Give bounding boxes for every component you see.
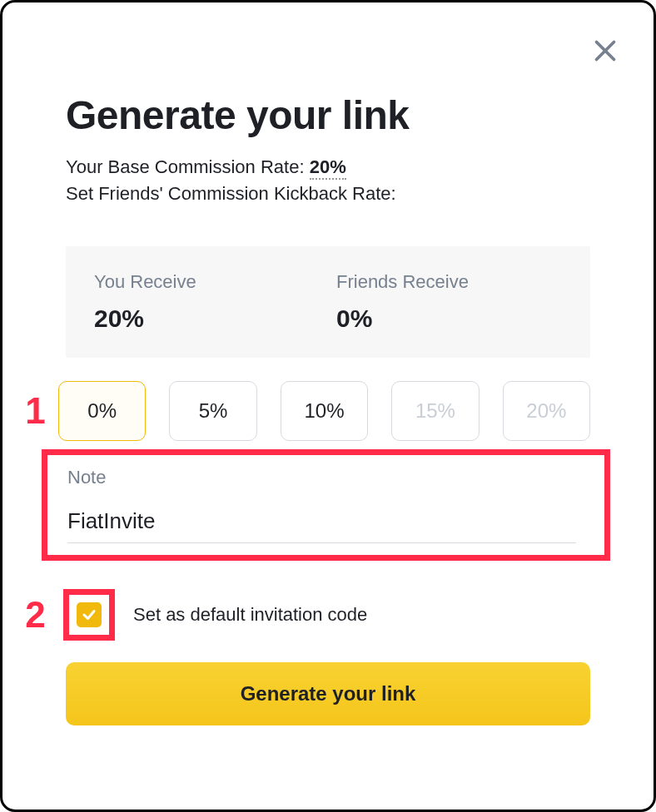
note-highlight-frame: Note FiatInvite <box>42 449 610 561</box>
option-0pct[interactable]: 0% <box>58 381 146 441</box>
note-label: Note <box>67 467 576 488</box>
friends-receive-value: 0% <box>336 304 562 333</box>
friends-receive-label: Friends Receive <box>336 271 562 293</box>
base-rate-label: Your Base Commission Rate: <box>66 156 305 177</box>
option-10pct[interactable]: 10% <box>281 381 368 441</box>
annotation-marker-2: 2 <box>12 597 58 633</box>
option-15pct[interactable]: 15% <box>391 381 479 441</box>
you-receive-label: You Receive <box>94 271 320 293</box>
default-checkbox[interactable] <box>77 602 102 627</box>
checkbox-highlight-frame <box>63 589 115 641</box>
option-20pct[interactable]: 20% <box>503 381 590 441</box>
generate-link-button[interactable]: Generate your link <box>66 662 590 725</box>
kickback-options: 0% 5% 10% 15% 20% <box>58 381 590 441</box>
annotation-marker-1: 1 <box>12 393 58 429</box>
close-icon[interactable] <box>590 36 620 66</box>
option-5pct[interactable]: 5% <box>169 381 256 441</box>
note-input[interactable]: FiatInvite <box>67 508 576 543</box>
default-checkbox-label: Set as default invitation code <box>133 604 367 626</box>
page-title: Generate your link <box>66 92 590 138</box>
you-receive-value: 20% <box>94 304 320 333</box>
base-rate-line: Your Base Commission Rate: 20% <box>66 156 590 178</box>
receive-panel: You Receive 20% Friends Receive 0% <box>66 246 590 358</box>
base-rate-value: 20% <box>310 156 346 180</box>
kickback-label: Set Friends' Commission Kickback Rate: <box>66 183 590 205</box>
